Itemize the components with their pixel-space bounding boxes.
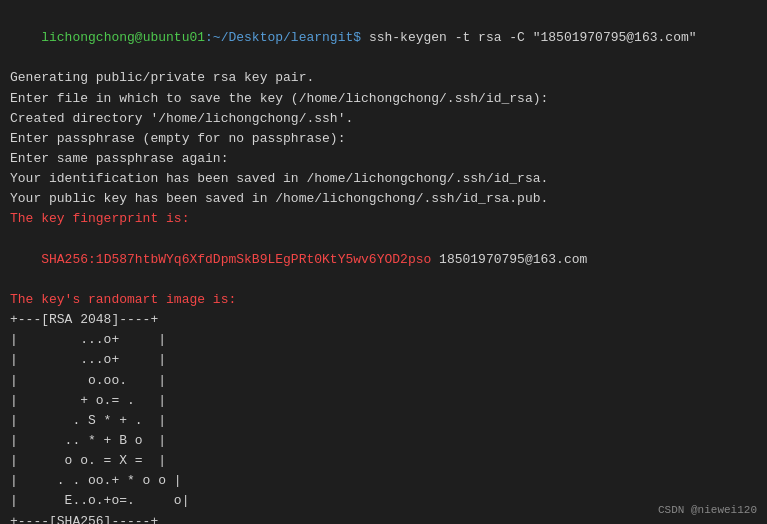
keyart-8: | . . oo.+ * o o |	[10, 471, 757, 491]
sha-email: 18501970795@163.com	[431, 252, 587, 267]
line-7: Your identification has been saved in /h…	[10, 169, 757, 189]
prompt-path: :~/Desktop/learngit$	[205, 30, 361, 45]
line-4: Created directory '/home/lichongchong/.s…	[10, 109, 757, 129]
line-5: Enter passphrase (empty for no passphras…	[10, 129, 757, 149]
line-9-fingerprint: The key fingerprint is:	[10, 209, 757, 229]
keyart-3: | o.oo. |	[10, 371, 757, 391]
keyart-7: | o o. = X = |	[10, 451, 757, 471]
keyart-2: | ...o+ |	[10, 350, 757, 370]
keyart-bottom: +----[SHA256]-----+	[10, 512, 757, 524]
line-11-randomart: The key's randomart image is:	[10, 290, 757, 310]
keyart-9: | E..o.+o=. o|	[10, 491, 757, 511]
keyart-5: | . S * + . |	[10, 411, 757, 431]
watermark: CSDN @niewei120	[658, 504, 757, 516]
line-3: Enter file in which to save the key (/ho…	[10, 89, 757, 109]
line-6: Enter same passphrase again:	[10, 149, 757, 169]
sha-hash: SHA256:1D587htbWYq6XfdDpmSkB9LEgPRt0KtY5…	[41, 252, 431, 267]
line-8: Your public key has been saved in /home/…	[10, 189, 757, 209]
line-10-sha: SHA256:1D587htbWYq6XfdDpmSkB9LEgPRt0KtY5…	[10, 230, 757, 290]
prompt-user: lichongchong@ubuntu01	[41, 30, 205, 45]
line-prompt: lichongchong@ubuntu01:~/Desktop/learngit…	[10, 8, 757, 68]
line-2: Generating public/private rsa key pair.	[10, 68, 757, 88]
keyart-6: | .. * + B o |	[10, 431, 757, 451]
terminal-window: lichongchong@ubuntu01:~/Desktop/learngit…	[0, 0, 767, 524]
keyart-4: | + o.= . |	[10, 391, 757, 411]
keyart-1: | ...o+ |	[10, 330, 757, 350]
keyart-top: +---[RSA 2048]----+	[10, 310, 757, 330]
prompt-cmd: ssh-keygen -t rsa -C "18501970795@163.co…	[361, 30, 696, 45]
